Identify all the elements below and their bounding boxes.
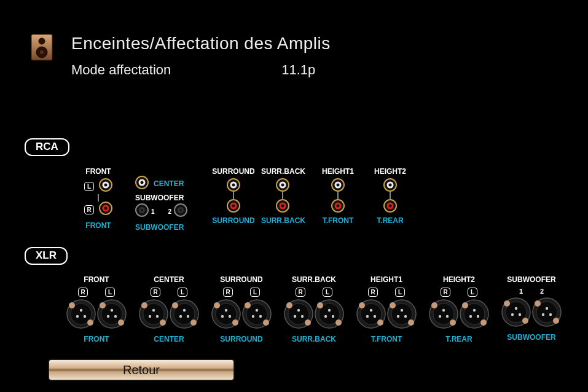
svg-point-113 (397, 315, 399, 318)
xlr-jack-icon (97, 299, 127, 331)
rca-front-bottom: FRONT (74, 221, 123, 230)
svg-point-75 (190, 319, 197, 326)
svg-point-78 (221, 315, 224, 318)
xlr-jack-icon (501, 297, 531, 329)
xlr-lr-badge: L (395, 288, 405, 297)
svg-point-92 (294, 315, 296, 318)
xlr-bottom-label: SUBWOOFER (507, 333, 555, 342)
rca-top-label: HEIGHT2 (369, 167, 412, 176)
svg-point-96 (305, 319, 311, 326)
svg-point-127 (469, 315, 472, 318)
xlr-lr-badge: R (151, 288, 160, 297)
rca-jack-icon (369, 199, 412, 213)
xlr-bottom-label: T.REAR (445, 335, 472, 343)
svg-point-95 (286, 302, 292, 308)
svg-point-145 (553, 318, 559, 324)
svg-rect-23 (233, 192, 234, 199)
svg-point-134 (511, 313, 514, 316)
svg-point-138 (522, 318, 528, 324)
svg-point-81 (214, 302, 220, 308)
svg-point-108 (370, 309, 372, 312)
svg-point-131 (480, 319, 487, 326)
svg-point-116 (390, 302, 396, 308)
mode-value: 11.1p (281, 62, 315, 78)
svg-point-130 (462, 302, 468, 308)
svg-point-58 (114, 315, 117, 318)
svg-point-74 (172, 302, 178, 308)
xlr-section-badge: XLR (25, 247, 68, 265)
rca-front-top: FRONT (74, 167, 123, 176)
svg-point-57 (107, 315, 109, 318)
rca-jack-icon (316, 199, 359, 213)
xlr-jack-icon (170, 299, 199, 331)
svg-point-53 (69, 302, 75, 308)
svg-point-109 (359, 302, 365, 308)
xlr-lr-badge: R (223, 288, 233, 297)
xlr-jack-icon (429, 299, 458, 331)
rca-jack-icon (261, 178, 304, 192)
xlr-num: 1 (519, 288, 523, 295)
svg-point-107 (374, 315, 376, 318)
xlr-top-label: HEIGHT2 (443, 275, 475, 284)
svg-point-102 (317, 302, 323, 308)
sub-jack-icon (135, 203, 149, 219)
xlr-group: SURR.BACKRLSURR.BACK (284, 275, 344, 343)
rca-sub-bottom: SUBWOOFER (135, 223, 203, 232)
svg-point-36 (337, 184, 340, 187)
xlr-jack-icon (242, 299, 272, 331)
sub-1: 1 (151, 208, 155, 215)
svg-point-128 (477, 315, 479, 318)
svg-point-22 (232, 184, 235, 187)
svg-point-86 (259, 315, 262, 318)
rca-top-label: HEIGHT1 (316, 167, 359, 176)
svg-point-143 (546, 307, 548, 310)
rca-jack-icon (212, 178, 255, 192)
xlr-top-label: CENTER (154, 275, 184, 284)
xlr-jack-icon (387, 299, 417, 331)
svg-point-80 (225, 309, 227, 312)
rca-jack-icon (369, 178, 412, 192)
svg-point-101 (328, 309, 331, 312)
rca-jack-icon (99, 178, 112, 194)
sub-jack-icon (174, 203, 187, 219)
svg-point-106 (366, 315, 369, 318)
svg-point-124 (450, 319, 456, 326)
rca-group: HEIGHT2T.REAR (369, 167, 412, 225)
svg-point-103 (335, 319, 342, 326)
svg-point-72 (187, 315, 189, 318)
xlr-lr-badge: L (105, 288, 115, 297)
svg-point-61 (118, 319, 124, 326)
svg-point-40 (337, 205, 340, 208)
svg-point-135 (519, 313, 521, 316)
svg-point-3 (40, 50, 44, 54)
svg-point-59 (111, 309, 113, 312)
rca-top-label: SURR.BACK (261, 167, 304, 176)
svg-point-6 (104, 184, 108, 187)
rca-group: SURR.BACKSURR.BACK (261, 167, 304, 225)
rca-jack-icon (212, 199, 255, 213)
svg-point-19 (179, 209, 182, 211)
svg-point-117 (408, 319, 414, 326)
svg-point-89 (263, 319, 269, 326)
rca-bottom-label: SURROUND (212, 216, 255, 225)
page-title: Enceintes/Affectation des Amplis (71, 34, 331, 53)
svg-rect-37 (337, 192, 339, 199)
xlr-num: 2 (540, 288, 544, 295)
xlr-jack-icon (211, 299, 241, 331)
svg-point-60 (100, 302, 106, 308)
svg-point-79 (229, 315, 231, 318)
svg-point-33 (281, 205, 284, 208)
rca-jack-icon (261, 199, 304, 213)
svg-point-65 (156, 315, 159, 318)
xlr-lr-badge: R (368, 288, 378, 297)
retour-button[interactable]: Retour (49, 360, 233, 380)
xlr-group: HEIGHT1RLT.FRONT (356, 275, 417, 343)
rca-sub-label: SUBWOOFER (135, 194, 203, 202)
rca-jack-icon (135, 176, 149, 192)
rca-center-sub-group: CENTER SUBWOOFER 1 2 SUBWOOFER (135, 176, 203, 232)
xlr-jack-icon (356, 299, 386, 331)
svg-point-93 (301, 315, 304, 318)
svg-rect-30 (282, 192, 283, 199)
svg-point-54 (87, 319, 93, 326)
svg-point-144 (535, 300, 541, 307)
